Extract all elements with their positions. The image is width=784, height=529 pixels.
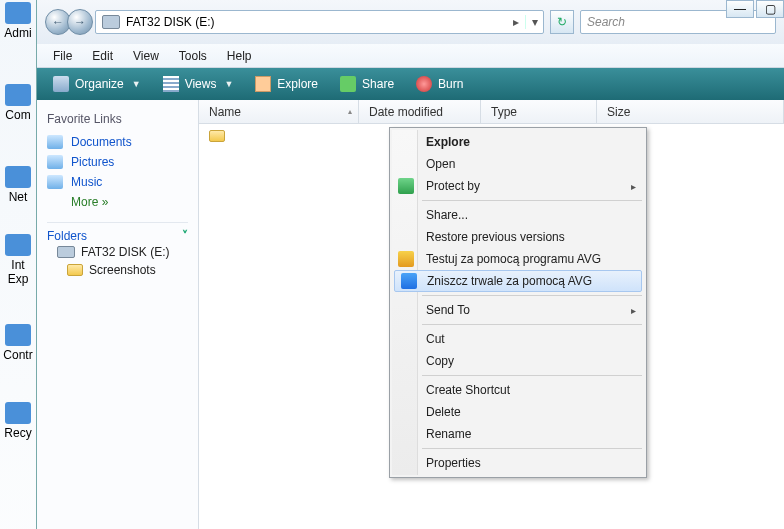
ctx-send-to[interactable]: Send To▸ xyxy=(392,299,644,321)
nav-row: ← → FAT32 DISK (E:) ▸ ▾ ↻ Search xyxy=(37,0,784,44)
minimize-button[interactable]: — xyxy=(726,0,754,18)
submenu-arrow-icon: ▸ xyxy=(631,305,636,316)
sort-asc-icon: ▴ xyxy=(348,107,352,116)
views-button[interactable]: Views▼ xyxy=(157,74,240,94)
protect-icon xyxy=(398,178,414,194)
desktop-item[interactable]: Recy xyxy=(0,400,36,448)
desktop-item[interactable]: Admi xyxy=(0,0,36,48)
menu-help[interactable]: Help xyxy=(219,47,260,65)
ctx-protect-by[interactable]: Protect by▸ xyxy=(392,175,644,197)
folders-header[interactable]: Folders xyxy=(47,229,87,243)
breadcrumb-sep-icon: ▸ xyxy=(507,15,525,29)
desktop-item[interactable]: Net xyxy=(0,164,36,212)
col-date[interactable]: Date modified xyxy=(359,100,481,123)
menu-view[interactable]: View xyxy=(125,47,167,65)
content-pane: Name▴ Date modified Type Size File Folde… xyxy=(199,100,784,529)
ctx-explore[interactable]: Explore xyxy=(392,131,644,153)
menu-tools[interactable]: Tools xyxy=(171,47,215,65)
burn-button[interactable]: Burn xyxy=(410,74,469,94)
favlink-pictures[interactable]: Pictures xyxy=(47,152,188,172)
desktop-item[interactable]: Com xyxy=(0,82,36,130)
folder-icon xyxy=(255,76,271,92)
submenu-arrow-icon: ▸ xyxy=(631,181,636,192)
favlink-more[interactable]: More » xyxy=(47,192,188,212)
views-icon xyxy=(163,76,179,92)
folder-icon xyxy=(67,264,83,276)
tree-node-drive[interactable]: FAT32 DISK (E:) xyxy=(47,243,188,261)
favorite-links-header: Favorite Links xyxy=(47,112,188,126)
ctx-open[interactable]: Open xyxy=(392,153,644,175)
ctx-cut[interactable]: Cut xyxy=(392,328,644,350)
separator xyxy=(422,448,642,449)
address-dropdown-button[interactable]: ▾ xyxy=(525,15,543,29)
refresh-button[interactable]: ↻ xyxy=(550,10,574,34)
ctx-delete[interactable]: Delete xyxy=(392,401,644,423)
desktop-item[interactable]: Int Exp xyxy=(0,232,36,294)
col-type[interactable]: Type xyxy=(481,100,597,123)
ctx-share[interactable]: Share... xyxy=(392,204,644,226)
avg-icon xyxy=(398,251,414,267)
maximize-button[interactable]: ▢ xyxy=(756,0,784,18)
organize-button[interactable]: Organize▼ xyxy=(47,74,147,94)
menu-edit[interactable]: Edit xyxy=(84,47,121,65)
menu-bar: File Edit View Tools Help xyxy=(37,44,784,68)
ctx-create-shortcut[interactable]: Create Shortcut xyxy=(392,379,644,401)
organize-icon xyxy=(53,76,69,92)
arrow-left-icon: ← xyxy=(52,15,64,29)
music-icon xyxy=(47,175,63,189)
favlink-documents[interactable]: Documents xyxy=(47,132,188,152)
ctx-rename[interactable]: Rename xyxy=(392,423,644,445)
chevron-down-icon: ▼ xyxy=(224,79,233,89)
explore-button[interactable]: Explore xyxy=(249,74,324,94)
address-path: FAT32 DISK (E:) xyxy=(126,15,507,29)
drive-icon xyxy=(57,246,75,258)
documents-icon xyxy=(47,135,63,149)
explorer-window: — ▢ ← → FAT32 DISK (E:) ▸ ▾ ↻ Search Fil… xyxy=(36,0,784,529)
ctx-avg-destroy[interactable]: Zniszcz trwale za pomocą AVG xyxy=(394,270,642,292)
drive-icon xyxy=(102,15,120,29)
ctx-restore-previous[interactable]: Restore previous versions xyxy=(392,226,644,248)
column-headers: Name▴ Date modified Type Size xyxy=(199,100,784,124)
menu-file[interactable]: File xyxy=(45,47,80,65)
ctx-avg-test[interactable]: Testuj za pomocą programu AVG xyxy=(392,248,644,270)
col-size[interactable]: Size xyxy=(597,100,784,123)
folder-tree: FAT32 DISK (E:) Screenshots xyxy=(47,243,188,279)
burn-icon xyxy=(416,76,432,92)
file-list: File Folder Explore Open Protect by▸ Sha… xyxy=(199,124,784,529)
search-placeholder: Search xyxy=(587,15,625,29)
nav-pane: Favorite Links Documents Pictures Music … xyxy=(37,100,199,529)
ctx-copy[interactable]: Copy xyxy=(392,350,644,372)
col-name[interactable]: Name▴ xyxy=(199,100,359,123)
ctx-properties[interactable]: Properties xyxy=(392,452,644,474)
arrow-right-icon: → xyxy=(74,15,86,29)
share-button[interactable]: Share xyxy=(334,74,400,94)
favlink-music[interactable]: Music xyxy=(47,172,188,192)
separator xyxy=(422,200,642,201)
avg-shred-icon xyxy=(401,273,417,289)
refresh-icon: ↻ xyxy=(557,15,567,29)
desktop-icon-strip: Admi Com Net Int Exp Contr Recy xyxy=(0,0,36,529)
forward-button[interactable]: → xyxy=(67,9,93,35)
chevron-down-icon[interactable]: ˅ xyxy=(182,229,188,243)
share-icon xyxy=(340,76,356,92)
separator xyxy=(422,295,642,296)
folder-icon xyxy=(209,130,225,142)
context-menu: Explore Open Protect by▸ Share... Restor… xyxy=(389,127,647,478)
tree-node-folder[interactable]: Screenshots xyxy=(47,261,188,279)
window-controls: — ▢ xyxy=(726,0,784,18)
address-bar[interactable]: FAT32 DISK (E:) ▸ ▾ xyxy=(95,10,544,34)
desktop-item[interactable]: Contr xyxy=(0,322,36,370)
chevron-down-icon: ▼ xyxy=(132,79,141,89)
separator xyxy=(422,375,642,376)
command-bar: Organize▼ Views▼ Explore Share Burn xyxy=(37,68,784,100)
pictures-icon xyxy=(47,155,63,169)
separator xyxy=(422,324,642,325)
